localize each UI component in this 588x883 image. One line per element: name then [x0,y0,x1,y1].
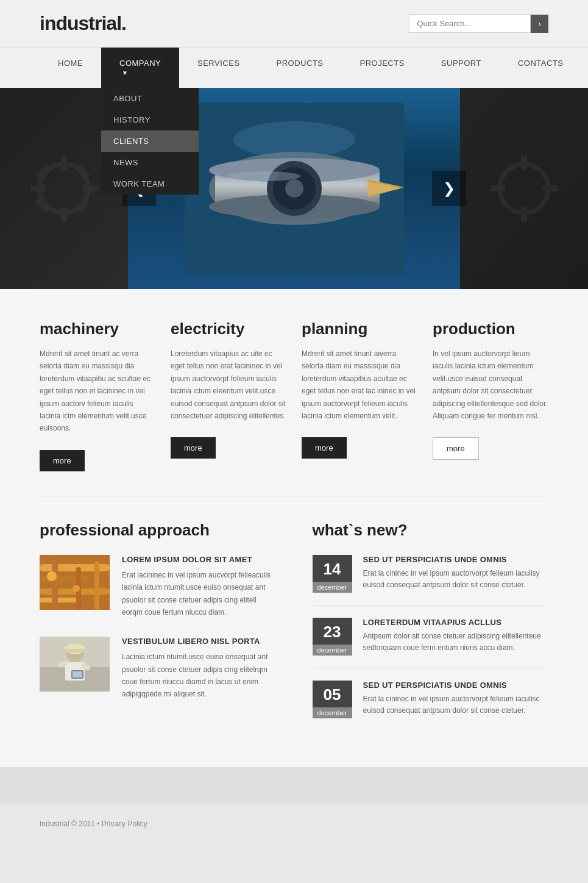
news-month-1: december [313,582,352,593]
svg-rect-42 [65,649,85,652]
svg-rect-33 [52,555,58,610]
dropdown-link-history[interactable]: HISTORY [101,109,199,130]
professional-approach-title: professional approach [40,521,276,540]
svg-point-21 [233,121,355,158]
feature-production-text: In vel ipsum auctorvorpt lieum iaculis l… [433,348,548,422]
search-button[interactable]: › [531,15,548,33]
worker-illustration [40,637,110,692]
svg-point-37 [73,585,80,592]
nav-link-projects[interactable]: PROJECTS [342,48,423,79]
news-item-2: 23 december LORETERDUM VITAAPIUS ACLLUS … [313,618,549,668]
svg-rect-4 [30,185,46,191]
pro-item-2-content: VESTIBULUM LIBERO NISL PORTA Lacinia ict… [122,637,276,701]
professional-approach-section: professional approach [40,521,276,743]
hero-slider: ❮ ❯ [0,88,588,289]
svg-point-20 [227,171,300,181]
feature-electricity-text: Loreterdum vitaapius ac uite ec eget tel… [171,348,286,422]
news-title-2: LORETERDUM VITAAPIUS ACLLUS [363,618,549,627]
svg-rect-5 [82,185,97,191]
news-text-3: Erat la cininec in vel ipsum auctorvorpt… [363,693,549,717]
news-item-3: 05 december SED UT PERSPICIATIS UNDE OMN… [313,681,549,731]
nav-link-home[interactable]: HOME [40,48,101,79]
pro-item-1-text: Erat lacininec in vel ipsum aucvorpt fel… [122,569,276,619]
svg-rect-47 [73,671,82,677]
svg-point-36 [47,571,57,581]
main-nav: HOME COMPANY ▼ ABOUT HISTORY CLIENTS NEW… [0,47,588,88]
nav-item-support[interactable]: SUPPORT [423,48,500,88]
feature-machinery-more-button[interactable]: more [40,450,85,471]
dropdown-item-workteam[interactable]: WORK TEAM [101,173,199,195]
pipes-illustration [40,555,110,610]
feature-machinery-title: machinery [40,320,155,338]
nav-item-services[interactable]: SERVICES [179,48,258,88]
pro-item-1-content: LOREM IPSUM DOLOR SIT AMET Erat lacinine… [122,555,276,619]
svg-rect-24 [521,155,527,170]
feature-electricity-title: electricity [171,320,286,338]
pro-item-2: VESTIBULUM LIBERO NISL PORTA Lacinia ict… [40,637,276,701]
nav-link-company[interactable]: COMPANY ▼ [101,48,179,88]
news-date-3: 05 december [313,681,352,718]
dropdown-link-workteam[interactable]: WORK TEAM [101,173,199,195]
feature-production: production In vel ipsum auctorvorpt lieu… [433,320,548,471]
news-day-1: 14 [313,555,352,582]
svg-rect-3 [61,207,67,222]
feature-electricity-more-button[interactable]: more [171,437,216,459]
news-day-2: 23 [313,618,352,645]
header: industrial. › [0,0,588,47]
news-date-2: 23 december [313,618,352,656]
main-content: machinery Mdrerit sit amet tinunt ac ver… [0,289,588,767]
dropdown-link-clients[interactable]: CLIENTS [101,130,199,152]
dropdown-item-news[interactable]: NEWS [101,152,199,173]
svg-point-23 [512,176,536,201]
news-content-2: LORETERDUM VITAAPIUS ACLLUS Antpsum dolo… [363,618,549,654]
nav-link-support[interactable]: SUPPORT [423,48,500,79]
nav-link-services[interactable]: SERVICES [179,48,258,79]
pro-item-1: LOREM IPSUM DOLOR SIT AMET Erat lacinine… [40,555,276,619]
news-section-title: what`s new? [313,521,549,540]
dropdown-item-about[interactable]: ABOUT [101,88,199,109]
dropdown-item-history[interactable]: HISTORY [101,109,199,130]
svg-rect-2 [61,155,67,170]
features-section: machinery Mdrerit sit amet tinunt ac ver… [40,320,548,471]
news-date-1: 14 december [313,555,352,593]
feature-planning-more-button[interactable]: more [302,437,347,459]
hero-side-right [460,88,588,289]
dropdown-item-clients[interactable]: CLIENTS [101,130,199,152]
news-title-3: SED UT PERSPICIATIS UNDE OMNIS [363,681,549,690]
footer: Industrial © 2011 • Privacy Policy [0,804,588,843]
svg-rect-7 [75,164,90,179]
nav-link-products[interactable]: PRODUCTS [258,48,342,79]
feature-production-more-button[interactable]: more [433,437,479,460]
nav-item-company[interactable]: COMPANY ▼ ABOUT HISTORY CLIENTS NEWS WOR… [101,48,179,88]
hero-next-button[interactable]: ❯ [432,171,466,206]
svg-rect-9 [75,198,90,213]
nav-item-home[interactable]: HOME [40,48,101,88]
feature-machinery: machinery Mdrerit sit amet tinunt ac ver… [40,320,171,471]
nav-link-contacts[interactable]: CONTACTS [500,48,582,79]
company-dropdown: ABOUT HISTORY CLIENTS NEWS WORK TEAM [101,88,199,195]
search-input[interactable] [409,14,531,33]
svg-point-1 [52,176,76,201]
svg-rect-25 [521,207,527,222]
feature-electricity: electricity Loreterdum vitaapius ac uite… [171,320,302,471]
nav-item-projects[interactable]: PROJECTS [342,48,423,88]
chevron-down-icon: ▼ [122,70,128,76]
news-item-1: 14 december SED UT PERSPICIATIS UNDE OMN… [313,555,549,606]
nav-item-contacts[interactable]: CONTACTS [500,48,582,88]
news-month-2: december [313,645,352,656]
feature-machinery-text: Mdrerit sit amet tinunt ac verra selorta… [40,348,155,435]
dropdown-link-about[interactable]: ABOUT [101,88,199,109]
gear-right-icon [481,146,567,231]
feature-planning: planning Mdrerit sit amet tinunt aiverra… [302,320,433,471]
pro-item-2-title: VESTIBULUM LIBERO NISL PORTA [122,637,276,646]
pro-item-2-text: Lacinia ictum ntumit.usce euiso onsequat… [122,651,276,701]
footer-text: Industrial © 2011 • Privacy Policy [40,820,548,828]
pro-image-1 [40,555,110,610]
nav-item-products[interactable]: PRODUCTS [258,48,342,88]
news-content-1: SED UT PERSPICIATIS UNDE OMNIS Erat la c… [363,555,549,591]
gear-left-icon [21,146,107,231]
section-divider [40,496,548,496]
svg-rect-27 [542,185,558,191]
dropdown-link-news[interactable]: NEWS [101,152,199,173]
logo: industrial. [40,12,126,35]
